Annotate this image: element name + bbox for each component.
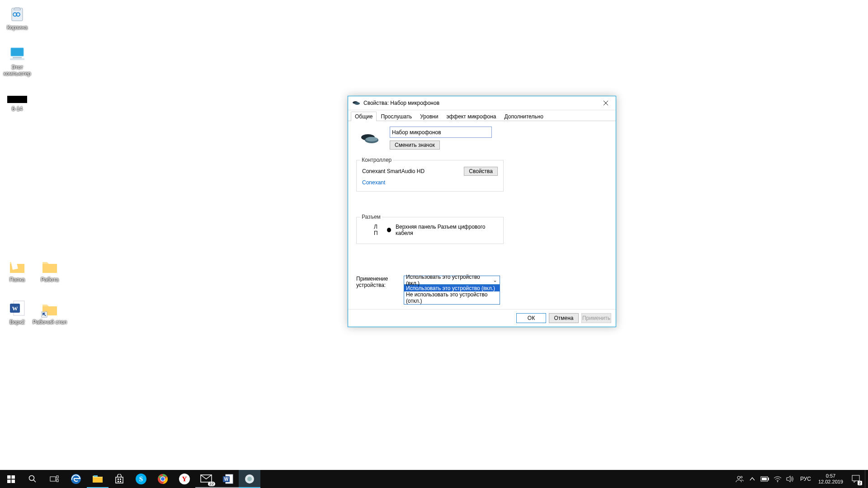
taskbar-app-skype[interactable]: S [130,470,152,488]
sound-device-icon [245,474,255,484]
device-usage-label: Применение устройства: [356,276,395,288]
tab-levels[interactable]: Уровни [416,112,442,121]
show-desktop-button[interactable] [865,470,868,488]
close-button[interactable] [596,96,616,110]
controller-legend: Контроллер [360,157,393,163]
device-large-icon [356,128,383,150]
tab-pane-general: Сменить значок Контроллер Conexant Smart… [348,121,616,309]
search-button[interactable] [22,470,43,488]
taskbar-app-edge[interactable] [65,470,87,488]
svg-point-45 [741,476,742,478]
skype-icon: S [135,473,147,485]
svg-rect-18 [11,479,15,483]
tray-show-hidden[interactable] [746,470,759,488]
tab-mic-effects[interactable]: эффект микрофона [442,112,500,121]
dialog-title: Свойства: Набор микрофонов [363,100,596,106]
task-view-button[interactable] [43,470,65,488]
desktop-icon-word-doc[interactable]: W Ворк2 [0,298,34,325]
taskbar-app-store[interactable] [108,470,130,488]
combo-option-disable[interactable]: Не использовать это устройство (откл.) [404,291,500,304]
controller-name: Conexant SmartAudio HD [362,168,425,174]
tray-language[interactable]: РУС [797,470,815,488]
cancel-button[interactable]: Отмена [549,313,579,323]
jack-lp-label: Л П [374,224,382,236]
desktop-icon-recycle-bin[interactable]: Корзина [0,4,34,31]
system-tray: РУС 0:57 12.02.2019 2 [733,470,868,488]
jack-legend: Разъем [360,214,382,220]
windows-icon [7,475,15,483]
svg-rect-3 [13,57,22,58]
svg-point-11 [354,102,360,105]
taskbar-app-sound-settings[interactable] [239,470,260,488]
device-usage-combo[interactable]: Использовать это устройство (вкл.) ⌄ [404,276,500,285]
word-icon: W [222,473,234,485]
tray-action-center[interactable]: 2 [847,470,865,488]
desktop-icon-label: Корзина [7,24,28,31]
tab-general[interactable]: Общие [351,112,377,121]
desktop-icon-this-pc[interactable]: Этот компьютер [0,43,34,77]
svg-rect-1 [11,48,24,56]
controller-properties-button[interactable]: Свойства [464,167,498,176]
close-icon [604,101,608,105]
device-usage-dropdown: Использовать это устройство (вкл.) Не ис… [404,285,500,305]
dialog-titlebar[interactable]: Свойства: Набор микрофонов [348,96,616,110]
svg-line-20 [33,480,36,482]
taskbar-app-word[interactable]: W [217,470,239,488]
folder-icon [7,256,27,276]
desktop-icon-folder-3[interactable]: Рабочий стол [33,298,67,325]
tray-battery[interactable] [759,470,771,488]
folder-shortcut-icon [40,298,60,318]
desktop-icon-label: Папка [9,277,25,283]
desktop-icon-label: Этот компьютер [0,64,34,77]
svg-rect-25 [93,478,103,483]
svg-text:W: W [12,305,18,312]
controller-vendor-link[interactable]: Conexant [362,179,385,186]
svg-rect-30 [120,481,121,482]
tray-volume[interactable] [784,470,797,488]
wifi-icon [774,476,782,482]
desktop-icon-folder-2[interactable]: Работа [33,256,67,283]
search-icon [28,475,37,483]
device-usage-selected: Использовать это устройство (вкл.) [406,274,492,286]
battery-icon [760,476,769,482]
taskbar-app-chrome[interactable] [152,470,174,488]
taskbar-app-mail[interactable]: 22 [195,470,217,488]
taskbar-app-yandex[interactable]: Y [174,470,195,488]
dialog-button-row: ОК Отмена Применить [348,309,616,327]
tray-people[interactable] [733,470,746,488]
desktop-icon-folder-1[interactable]: Папка [0,256,34,283]
tab-advanced[interactable]: Дополнительно [500,112,547,121]
svg-rect-22 [57,476,58,478]
tray-clock[interactable]: 0:57 12.02.2019 [815,473,847,485]
computer-icon [7,43,27,63]
task-view-icon [50,475,59,483]
svg-point-49 [777,481,778,482]
apply-button[interactable]: Применить [581,313,611,323]
file-explorer-icon [92,474,103,483]
svg-text:W: W [224,477,229,482]
tray-time: 0:57 [826,473,835,479]
jack-color-dot [387,228,391,232]
desktop-icon-label: Работа [41,277,59,283]
combo-option-enable[interactable]: Использовать это устройство (вкл.) [404,285,500,291]
word-icon: W [7,298,27,318]
svg-point-19 [29,476,34,481]
folder-icon [40,256,60,276]
change-icon-button[interactable]: Сменить значок [390,141,440,150]
notification-badge: 2 [858,481,862,485]
device-name-input[interactable] [390,127,492,138]
jack-description: Верхняя панель Разъем цифрового кабеля [396,224,498,236]
tab-listen[interactable]: Прослушать [377,112,416,121]
ok-button[interactable]: ОК [516,313,546,323]
desktop-icon-redacted[interactable]: 6-14 [0,96,34,112]
start-button[interactable] [0,470,22,488]
svg-rect-48 [762,478,767,480]
svg-rect-4 [10,58,24,60]
svg-rect-17 [7,479,11,483]
microphone-array-icon [352,99,361,108]
people-icon [736,475,744,483]
taskbar-app-file-explorer[interactable] [87,470,108,488]
tray-wifi[interactable] [771,470,784,488]
svg-point-14 [366,137,377,141]
svg-rect-28 [120,479,121,480]
